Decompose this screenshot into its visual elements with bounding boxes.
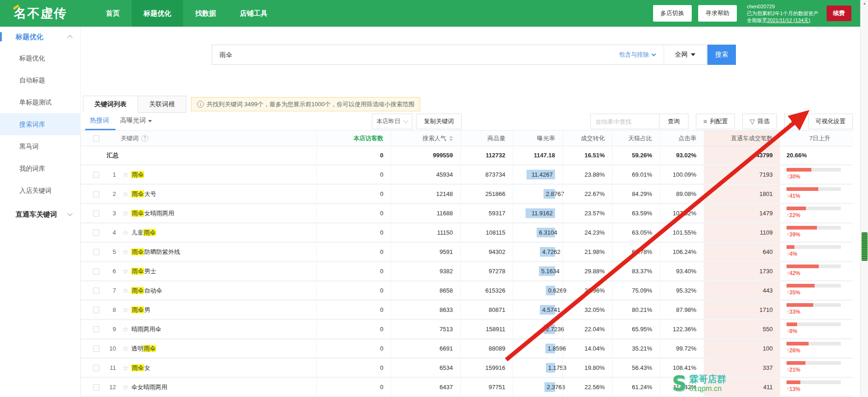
seek-help-button[interactable]: 寻求帮助 <box>698 5 737 22</box>
row-checkbox[interactable] <box>93 210 99 217</box>
keyword-table: 关键词 ? 本店访客数 搜索人气 商品量 曝光率 成交转化 天猫占比 点击率 直… <box>81 130 853 397</box>
chevron-down-icon <box>652 52 656 57</box>
keyword-text[interactable]: 雨伞大号 <box>131 190 156 198</box>
row-checkbox[interactable] <box>93 365 99 371</box>
select-all-checkbox[interactable] <box>93 135 99 142</box>
keyword-text[interactable]: 雨伞男士 <box>131 267 156 276</box>
keyword-text[interactable]: 雨伞 <box>131 171 144 179</box>
row-checkbox-cell <box>81 320 105 338</box>
user-info: chen020729 已为您累积2年1个月的数据资产 全能版至2021/11/1… <box>747 3 818 24</box>
header-search-popularity[interactable]: 搜索人气 <box>391 131 460 146</box>
table-row: 12☆伞女晴雨两用06437977512.376322.56%61.24%114… <box>81 378 853 397</box>
rise-bar-track <box>787 265 841 268</box>
keyword-text[interactable]: 雨伞女 <box>131 364 150 372</box>
page-scrollbar[interactable]: ▲ <box>860 0 868 397</box>
cell-ztc-orders: 640 <box>704 243 780 261</box>
cell-conversion: 23.88% <box>562 166 612 184</box>
summary-items: 112732 <box>460 146 513 164</box>
multi-shop-switch-button[interactable]: 多店切换 <box>653 5 692 22</box>
sidebar-item-my-word-library[interactable]: 我的词库 <box>0 157 80 179</box>
nav-home[interactable]: 首页 <box>94 0 132 27</box>
sort-icon[interactable] <box>449 136 453 141</box>
row-checkbox[interactable] <box>93 326 99 333</box>
column-config-button[interactable]: ≡ 列配置 <box>696 114 735 129</box>
keyword-search-input[interactable]: 雨伞 <box>212 45 619 64</box>
keyword-text[interactable]: 透明雨伞 <box>131 345 156 353</box>
row-checkbox[interactable] <box>93 307 99 313</box>
star-icon[interactable]: ☆ <box>122 287 128 295</box>
query-button[interactable]: 查询 <box>659 114 689 129</box>
shop-date-select[interactable]: 本店昨日 <box>372 114 412 129</box>
keyword-text[interactable]: 雨伞防晒防紫外线 <box>131 248 180 256</box>
rise-bar-fill <box>787 303 813 307</box>
sidebar-item-dark-horse-words[interactable]: 黑马词 <box>0 135 80 157</box>
star-icon[interactable]: ☆ <box>122 248 128 256</box>
star-icon[interactable]: ☆ <box>122 345 128 353</box>
star-icon[interactable]: ☆ <box>122 190 128 198</box>
cell-ztc-orders: 443 <box>704 282 780 299</box>
keyword-text[interactable]: 雨伞男 <box>131 306 150 314</box>
row-checkbox[interactable] <box>93 191 99 197</box>
cell-rise: ↑26% <box>780 339 853 357</box>
star-icon[interactable]: ☆ <box>122 171 128 179</box>
cell-keyword: ☆晴雨两用伞 <box>117 320 316 338</box>
include-exclude-dropdown[interactable]: 包含与排除 <box>619 45 664 64</box>
sidebar-item-title-optimize[interactable]: 标题优化 <box>0 47 80 69</box>
star-icon[interactable]: ☆ <box>122 209 128 218</box>
scrollbar-thumb[interactable] <box>862 232 868 261</box>
keyword-text[interactable]: 伞女晴雨两用 <box>131 383 167 391</box>
star-icon[interactable]: ☆ <box>122 364 128 372</box>
nav-shop-tools[interactable]: 店铺工具 <box>228 0 279 27</box>
cell-rise: ↑30% <box>780 166 853 184</box>
sidebar-section-ztc-keywords[interactable]: 直通车关键词 <box>0 204 80 224</box>
high-exposure-words-dropdown[interactable]: 高曝光词 <box>120 116 152 125</box>
plan-validity-link[interactable]: 2021/11/12 (134天) <box>767 17 810 23</box>
filter-button[interactable]: ▽ 筛选 <box>742 114 777 129</box>
row-checkbox[interactable] <box>93 249 99 255</box>
star-icon[interactable]: ☆ <box>122 383 128 391</box>
row-checkbox[interactable] <box>93 288 99 294</box>
renew-button[interactable]: 续费 <box>827 6 851 21</box>
star-icon[interactable]: ☆ <box>122 229 128 237</box>
hot-search-words-tab[interactable]: 热搜词 <box>90 116 109 125</box>
cell-ztc-orders: 1479 <box>704 204 780 222</box>
nav-find-data[interactable]: 找数据 <box>183 0 228 27</box>
rise-percent-label: ↑4% <box>787 251 797 257</box>
sidebar-item-single-title-test[interactable]: 单标题测试 <box>0 91 80 113</box>
row-checkbox[interactable] <box>93 384 99 391</box>
row-checkbox[interactable] <box>93 268 99 275</box>
download-button[interactable] <box>784 114 801 129</box>
scrollbar-up-arrow[interactable]: ▲ <box>861 0 868 7</box>
tab-related-roots[interactable]: 关联词根 <box>138 96 186 113</box>
nav-title-optimize[interactable]: 标题优化 <box>132 0 183 27</box>
search-button[interactable]: 搜索 <box>707 45 736 65</box>
star-icon[interactable]: ☆ <box>122 306 128 314</box>
tab-keyword-list[interactable]: 关键词列表 <box>83 96 138 113</box>
keyword-text[interactable]: 雨伞女晴雨两用 <box>131 209 174 218</box>
row-checkbox[interactable] <box>93 345 99 352</box>
visual-settings-button[interactable]: 可视化设置 <box>808 114 853 129</box>
exposure-value-bar: 1.8596 <box>545 344 555 353</box>
help-icon[interactable]: ? <box>141 135 148 142</box>
keyword-text[interactable]: 晴雨两用伞 <box>131 325 161 334</box>
sidebar-item-shop-entry-keywords[interactable]: 入店关键词 <box>0 179 80 201</box>
find-in-results-input[interactable] <box>590 114 660 129</box>
rise-percent-label: ↑35% <box>787 289 800 296</box>
sidebar-item-auto-title[interactable]: 自动标题 <box>0 69 80 91</box>
cell-rise: ↑35% <box>780 282 853 299</box>
cell-visitors: 0 <box>316 185 391 203</box>
cell-tmall-ratio: 61.24% <box>612 378 660 396</box>
row-checkbox[interactable] <box>93 172 99 178</box>
cell-search-popularity: 8633 <box>391 301 460 319</box>
scope-dropdown[interactable]: 全网 <box>664 45 706 64</box>
table-row: 2☆雨伞大号0121482518662.876722.67%84.29%89.0… <box>81 185 853 204</box>
sidebar-section-title-optimize[interactable]: 标题优化 <box>0 27 80 47</box>
star-icon[interactable]: ☆ <box>122 325 128 334</box>
star-icon[interactable]: ☆ <box>122 267 128 276</box>
cell-exposure-rate: 11.4267 <box>513 166 562 184</box>
keyword-text[interactable]: 雨伞自动伞 <box>131 287 162 295</box>
row-checkbox[interactable] <box>93 230 99 236</box>
sidebar-item-search-word-library[interactable]: 搜索词库 <box>0 113 80 135</box>
keyword-text[interactable]: 儿童雨伞 <box>131 229 156 237</box>
copy-keywords-button[interactable]: 复制关键词 <box>416 114 462 129</box>
